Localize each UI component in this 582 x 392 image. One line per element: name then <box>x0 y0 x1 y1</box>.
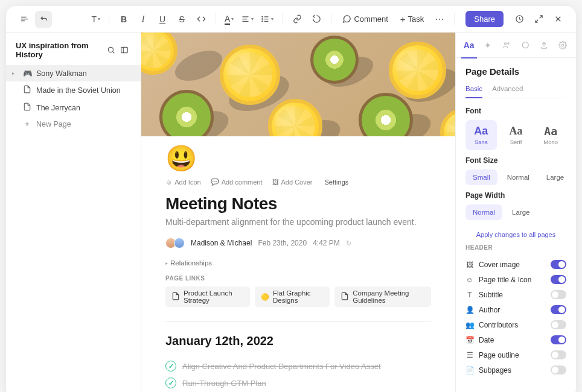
add-comment-button[interactable]: 💬 Add comment <box>211 178 263 186</box>
width-option[interactable]: Large <box>505 204 537 220</box>
toggle-switch[interactable] <box>551 320 566 329</box>
text-color-button[interactable]: A▾ <box>222 11 236 28</box>
new-page-button[interactable]: +New Page <box>6 116 141 132</box>
italic-button[interactable]: I <box>135 11 152 28</box>
panel-tab-comments[interactable] <box>516 36 534 54</box>
svg-line-17 <box>113 52 115 54</box>
strikethrough-button[interactable]: S <box>173 11 190 28</box>
subtab-advanced[interactable]: Advanced <box>492 85 523 98</box>
panel-tab-people[interactable] <box>497 36 516 54</box>
task-item[interactable]: ✓Align Creative And Product Departments … <box>165 358 431 375</box>
link-button[interactable] <box>289 11 305 28</box>
underline-button[interactable]: U <box>154 11 171 28</box>
page-links-label: PAGE LINKS <box>165 275 431 282</box>
task-checkbox[interactable]: ✓ <box>165 361 176 371</box>
code-button[interactable] <box>193 11 209 28</box>
app-window: T▾ B I U S A▾ ▾ ▾ Comment +Task ⋯ <box>6 6 576 392</box>
size-option[interactable]: Small <box>465 169 497 185</box>
bold-button[interactable]: B <box>115 11 132 28</box>
svg-rect-18 <box>121 47 128 52</box>
history-icon[interactable] <box>511 11 528 28</box>
refresh-icon[interactable]: ↻ <box>346 239 351 247</box>
panel-tab-export[interactable] <box>535 36 553 54</box>
task-button[interactable]: +Task <box>395 11 429 28</box>
header-toggle-row: TSubtitle <box>465 287 566 302</box>
cover-image <box>141 33 455 136</box>
person-icon: 👤 <box>465 306 474 314</box>
task-checkbox[interactable]: ✓ <box>165 378 176 388</box>
add-icon-button[interactable]: ☺ Add Icon <box>165 179 201 186</box>
header-toggle-row: ☰Page outline <box>465 347 566 362</box>
svg-point-21 <box>508 42 509 43</box>
text-style-button[interactable]: T▾ <box>89 11 103 28</box>
list-icon: ☰ <box>465 351 474 359</box>
header-toggle-row: ☺Page title & Icon <box>465 272 566 287</box>
back-icon[interactable] <box>35 11 52 28</box>
toggle-switch[interactable] <box>551 365 566 375</box>
image-icon: 🖼 <box>465 261 474 269</box>
font-option[interactable]: AaMono <box>535 120 566 150</box>
sidebar-item[interactable]: The Jerrycan <box>6 99 141 116</box>
sidebar: UX inspiration from History ▸🎮Sony Walkm… <box>6 33 141 392</box>
sidebar-title: UX inspiration from History <box>16 41 104 59</box>
toggle-switch[interactable] <box>551 305 566 314</box>
page-date: Feb 23th, 2020 <box>258 239 307 247</box>
section-heading[interactable]: January 12th, 2022 <box>165 334 431 348</box>
page-time: 4:42 PM <box>313 239 340 247</box>
toggle-switch[interactable] <box>551 290 566 299</box>
header-toggle-row: 👤Author <box>465 302 566 317</box>
width-option[interactable]: Normal <box>465 204 502 220</box>
align-button[interactable]: ▾ <box>238 11 256 28</box>
text-icon: T <box>465 291 474 299</box>
header-toggle-row: 📅Date <box>465 332 566 347</box>
apply-all-link[interactable]: Apply changes to all pages <box>465 231 566 238</box>
more-icon[interactable]: ⋯ <box>431 11 448 28</box>
sidebar-item[interactable]: Made in the Soviet Union <box>6 81 141 99</box>
undo-format-button[interactable] <box>308 11 325 28</box>
search-icon[interactable] <box>104 43 118 57</box>
page-width-label: Page Width <box>465 191 566 200</box>
task-item[interactable]: ✓Run-Through GTM Plan <box>165 375 431 391</box>
list-button[interactable]: ▾ <box>258 11 276 28</box>
toggle-switch[interactable] <box>551 350 566 359</box>
pages-icon: 📄 <box>465 366 474 375</box>
header-toggle-row: 📄Subpages <box>465 362 566 378</box>
toggle-switch[interactable] <box>551 275 566 284</box>
author-names: Madison & Michael <box>191 239 252 247</box>
panel-title: Page Details <box>465 66 566 77</box>
subtab-basic[interactable]: Basic <box>465 85 482 98</box>
size-option[interactable]: Large <box>539 169 571 185</box>
collapse-sidebar-icon[interactable] <box>118 43 131 57</box>
close-icon[interactable] <box>549 11 566 28</box>
page-link-chip[interactable]: Product Launch Strategy <box>165 286 250 307</box>
add-cover-button[interactable]: 🖼 Add Cover <box>272 179 313 186</box>
expand-icon[interactable] <box>530 11 547 28</box>
font-option[interactable]: AaSerif <box>500 120 532 150</box>
relationships-toggle[interactable]: ▸Relationships <box>165 259 431 267</box>
header-toggle-row: 👥Contributors <box>465 317 566 332</box>
comment-button[interactable]: Comment <box>337 11 392 28</box>
panel-tab-settings[interactable] <box>554 36 572 54</box>
svg-point-11 <box>262 21 263 22</box>
font-option[interactable]: AaSans <box>465 120 497 150</box>
menu-icon[interactable] <box>16 11 33 28</box>
svg-point-10 <box>262 19 263 19</box>
size-option[interactable]: Normal <box>500 169 537 185</box>
toggle-switch[interactable] <box>551 260 566 269</box>
toggle-switch[interactable] <box>551 335 566 344</box>
svg-point-9 <box>262 16 263 17</box>
panel-tab-ai[interactable]: ✦ <box>479 36 497 54</box>
header-toggle-row: 🖼Cover image <box>465 257 566 272</box>
font-label: Font <box>465 107 566 115</box>
page-emoji[interactable]: 😃 <box>165 144 431 173</box>
page-subtitle[interactable]: Multi-department alignment for the upcom… <box>165 217 431 227</box>
sidebar-item[interactable]: ▸🎮Sony Walkman <box>6 65 141 81</box>
font-size-label: Font Size <box>465 156 566 165</box>
toolbar: T▾ B I U S A▾ ▾ ▾ Comment +Task ⋯ <box>6 6 576 33</box>
page-link-chip[interactable]: Company Meeting Guidelines <box>334 286 431 307</box>
page-link-chip[interactable]: 🟡Flat Graphic Designs <box>255 286 330 307</box>
panel-tab-typography[interactable]: Aa <box>460 36 478 54</box>
page-settings-button[interactable]: Settings <box>325 179 349 186</box>
share-button[interactable]: Share <box>465 11 504 27</box>
page-title[interactable]: Meeting Notes <box>165 194 431 213</box>
